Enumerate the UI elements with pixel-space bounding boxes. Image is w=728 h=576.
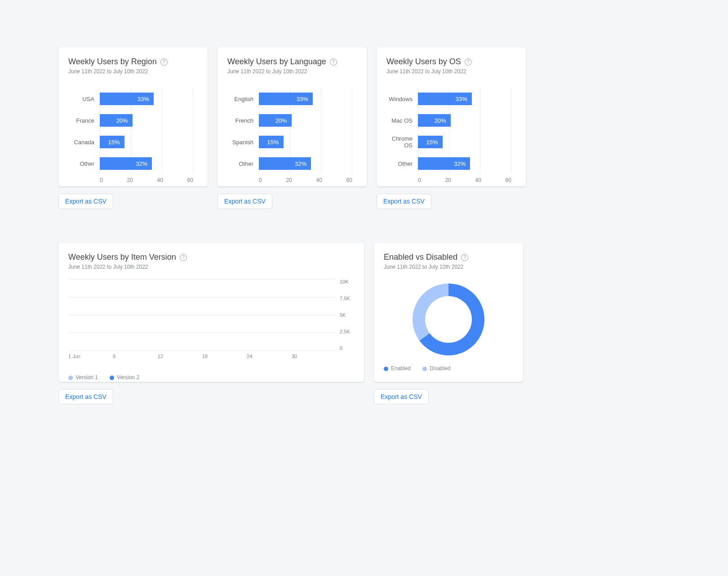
legend-item: Disabled [422, 365, 451, 372]
bar: 20% [100, 114, 133, 127]
x-tick: 40 [316, 177, 322, 183]
y-tick: 5K [340, 312, 346, 318]
bar-row: Canada15% [68, 131, 198, 153]
bar-track: 15% [418, 136, 516, 148]
bar: 32% [259, 157, 311, 170]
x-tick: 40 [475, 177, 481, 183]
date-range: June 11th 2022 to July 10th 2022 [386, 68, 516, 75]
card-title: Weekly Users by Region ? [68, 57, 198, 66]
date-range: June 11th 2022 to July 10th 2022 [227, 68, 357, 75]
x-tick: 20 [286, 177, 292, 183]
chart-region: USA33%France20%Canada15%Other32% 0204060 [68, 88, 198, 183]
y-tick: 0 [340, 346, 342, 351]
bar-track: 20% [100, 114, 198, 127]
donut-slice [413, 284, 448, 341]
legend-item: Enabled [384, 365, 411, 372]
card-title: Enabled vs Disabled ? [384, 253, 513, 262]
bar: 32% [418, 157, 470, 170]
date-range: June 11th 2022 to July 10th 2022 [68, 68, 198, 75]
bar: 20% [418, 114, 451, 127]
card-title: Weekly Users by Item Version ? [68, 253, 354, 262]
date-range: June 11th 2022 to July 10th 2022 [68, 264, 354, 270]
help-icon[interactable]: ? [160, 58, 168, 66]
card-region: Weekly Users by Region ? June 11th 2022 … [58, 47, 208, 186]
bar-label: Other [227, 160, 259, 167]
legend-item: Version 2 [110, 374, 139, 381]
help-icon[interactable]: ? [461, 254, 468, 261]
bar-label: USA [68, 96, 100, 102]
x-tick: 1 Jun [68, 354, 113, 359]
x-tick: 0 [100, 177, 103, 183]
bar-row: Chrome OS15% [386, 131, 516, 153]
bar-label: Canada [68, 139, 100, 146]
chart-version: 10K7.5K5K2.5K0 [68, 279, 354, 351]
export-csv-button[interactable]: Export as CSV [377, 194, 431, 209]
x-tick: 18 [202, 354, 247, 359]
legend-item: Version 1 [68, 374, 98, 381]
bar-track: 33% [100, 93, 198, 105]
date-range: June 11th 2022 to July 10th 2022 [384, 264, 513, 270]
x-tick: 60 [346, 177, 352, 183]
y-tick: 2.5K [340, 329, 350, 334]
bar-track: 33% [418, 93, 516, 105]
x-tick: 0 [418, 177, 421, 183]
card-title: Weekly Users by OS ? [386, 57, 516, 66]
card-title: Weekly Users by Language ? [227, 57, 357, 66]
help-icon[interactable]: ? [180, 254, 187, 261]
x-tick: 0 [259, 177, 262, 183]
bar: 15% [259, 136, 284, 148]
bar-label: Windows [386, 96, 418, 102]
bar-row: France20% [68, 110, 198, 131]
bar-row: English33% [227, 88, 357, 110]
x-tick: 12 [158, 354, 202, 359]
title-text: Weekly Users by Item Version [68, 253, 176, 262]
bar-track: 20% [259, 114, 357, 127]
bar-label: Spanish [227, 139, 259, 146]
chart-language: English33%French20%Spanish15%Other32% 02… [227, 88, 357, 183]
bar-row: Spanish15% [227, 131, 357, 153]
card-enabled: Enabled vs Disabled ? June 11th 2022 to … [374, 243, 523, 382]
y-tick: 7.5K [340, 296, 350, 301]
export-csv-button[interactable]: Export as CSV [218, 194, 272, 209]
export-csv-button[interactable]: Export as CSV [58, 194, 113, 209]
bar: 15% [418, 136, 443, 148]
bar-track: 32% [100, 157, 198, 170]
bar-track: 33% [259, 93, 357, 105]
card-version: Weekly Users by Item Version ? June 11th… [58, 243, 364, 382]
x-tick: 20 [127, 177, 133, 183]
x-tick: 20 [445, 177, 451, 183]
bar-row: Other32% [68, 153, 198, 174]
x-tick: 6 [113, 354, 157, 359]
bar-track: 15% [259, 136, 357, 148]
title-text: Enabled vs Disabled [384, 253, 457, 262]
bar-track: 15% [100, 136, 198, 148]
x-tick: 60 [187, 177, 193, 183]
export-csv-button[interactable]: Export as CSV [374, 389, 429, 404]
bar-label: Other [386, 160, 418, 167]
y-tick: 10K [340, 279, 349, 284]
title-text: Weekly Users by Language [227, 57, 326, 66]
legend-enabled: Enabled Disabled [384, 365, 513, 372]
bar-label: Other [68, 160, 100, 167]
export-csv-button[interactable]: Export as CSV [58, 389, 113, 404]
bar-track: 32% [259, 157, 357, 170]
help-icon[interactable]: ? [330, 58, 337, 66]
title-text: Weekly Users by Region [68, 57, 157, 66]
legend-version: Version 1 Version 2 [68, 374, 354, 381]
x-tick: 40 [157, 177, 163, 183]
x-tick: 30 [292, 354, 336, 359]
help-icon[interactable]: ? [465, 58, 472, 66]
bar-label: Chrome OS [386, 135, 418, 149]
bar-track: 20% [418, 114, 516, 127]
bar: 15% [100, 136, 124, 148]
bar: 33% [418, 93, 472, 105]
bar-row: Other32% [227, 153, 357, 174]
bar-label: France [68, 117, 100, 124]
bar: 33% [259, 93, 313, 105]
card-language: Weekly Users by Language ? June 11th 202… [218, 47, 367, 186]
x-tick: 24 [247, 354, 291, 359]
title-text: Weekly Users by OS [386, 57, 461, 66]
bar: 20% [259, 114, 292, 127]
bar-label: English [227, 96, 259, 102]
chart-os: Windows33%Mac OS20%Chrome OS15%Other32% … [386, 88, 516, 183]
